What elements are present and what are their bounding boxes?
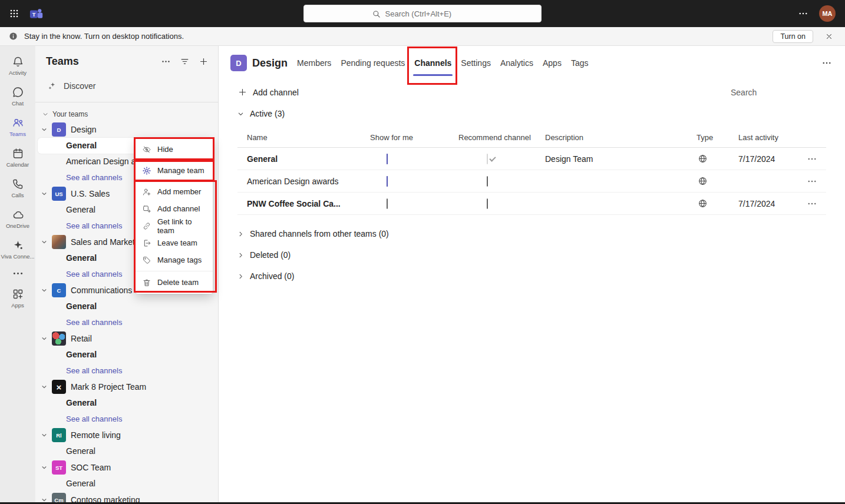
notification-banner: Stay in the know. Turn on desktop notifi… — [0, 27, 845, 46]
trash-icon — [142, 278, 151, 287]
team-avatar: D — [52, 122, 66, 137]
your-teams-toggle[interactable]: Your teams — [35, 102, 218, 121]
menu-item-label: Add member — [157, 187, 201, 196]
col-description: Description — [545, 133, 697, 142]
bell-icon — [12, 55, 24, 68]
discover-button[interactable]: Discover — [40, 76, 213, 96]
menu-item-leave-team[interactable]: Leave team — [136, 234, 213, 251]
rail-item-calls[interactable]: Calls — [0, 173, 35, 204]
filter-icon[interactable] — [180, 57, 190, 67]
turn-on-button[interactable]: Turn on — [773, 30, 813, 43]
channel-name: American Design awards — [247, 177, 370, 186]
rail-item-activity[interactable]: Activity — [0, 51, 35, 81]
see-all-channels-link[interactable]: See all channels — [35, 314, 218, 330]
channel-item-general[interactable]: General — [35, 476, 218, 492]
chat-icon — [12, 86, 24, 98]
add-channel-label: Add channel — [253, 88, 299, 97]
app-launcher-icon[interactable] — [9, 9, 19, 18]
menu-item-manage-tags[interactable]: Manage tags — [136, 251, 213, 268]
menu-item-add-channel[interactable]: Add channel — [136, 200, 213, 217]
topbar: T MA — [0, 0, 845, 27]
section-label: Shared channels from other teams (0) — [250, 229, 389, 238]
menu-item-get-link-to-team[interactable]: Get link to team — [136, 217, 213, 234]
plus-icon[interactable] — [199, 57, 209, 67]
row-more-icon[interactable] — [807, 176, 818, 187]
tab-channels[interactable]: Channels — [414, 57, 452, 69]
chevron-down-icon — [41, 497, 47, 502]
user-avatar[interactable]: MA — [819, 5, 836, 22]
calendar-icon — [12, 147, 24, 160]
team-row-remote-living[interactable]: Rl Remote living — [35, 427, 218, 443]
topbar-search[interactable] — [303, 5, 542, 22]
show-for-me-checkbox[interactable] — [387, 176, 388, 187]
chevron-down-icon — [41, 239, 47, 245]
row-more-icon[interactable] — [807, 198, 818, 209]
more-options-icon[interactable] — [821, 58, 832, 68]
eye-off-icon — [142, 145, 151, 154]
team-name: U.S. Sales — [71, 189, 110, 198]
rail-more-button[interactable] — [0, 265, 35, 283]
row-more-icon[interactable] — [807, 154, 818, 164]
table-row: American Design awards — [237, 170, 826, 193]
tab-apps[interactable]: Apps — [542, 57, 562, 69]
recommend-channel-checkbox[interactable] — [487, 198, 488, 209]
more-icon — [12, 267, 24, 280]
channel-search[interactable] — [731, 88, 827, 97]
rail-label: Calls — [11, 192, 24, 198]
teams-logo-icon[interactable]: T — [28, 6, 44, 22]
chevron-right-icon — [237, 231, 244, 237]
team-avatar: US — [52, 187, 66, 201]
add-channel-button[interactable]: Add channel — [237, 87, 299, 97]
see-all-channels-link[interactable]: See all channels — [35, 411, 218, 427]
more-options-icon[interactable] — [798, 8, 808, 19]
channel-search-input[interactable] — [731, 88, 837, 97]
rail-item-viva-connections[interactable]: Viva Conne... — [0, 234, 35, 265]
team-name: Contoso marketing — [71, 495, 140, 502]
table-row: PNW Coffee Social Ca... 7/17/2024 — [237, 193, 826, 215]
tab-analytics[interactable]: Analytics — [500, 57, 534, 69]
close-icon[interactable] — [825, 32, 833, 41]
show-for-me-checkbox[interactable] — [387, 154, 388, 164]
tab-pending-requests[interactable]: Pending requests — [340, 57, 405, 69]
channel-item-general[interactable]: General — [35, 347, 218, 363]
team-row-design[interactable]: D Design — [35, 121, 218, 138]
team-row-soc-team[interactable]: ST SOC Team — [35, 459, 218, 476]
rail-item-apps[interactable]: Apps — [0, 283, 35, 314]
tab-members[interactable]: Members — [296, 57, 332, 69]
tab-settings[interactable]: Settings — [460, 57, 491, 69]
recommend-channel-checkbox[interactable] — [487, 176, 488, 187]
discover-icon — [47, 81, 57, 91]
team-row-mark-8-project-team[interactable]: Mark 8 Project Team — [35, 379, 218, 395]
team-avatar: Cm — [52, 493, 66, 502]
section-deleted[interactable]: Deleted (0) — [219, 244, 845, 266]
col-recommend-channel: Recommend channel — [458, 133, 545, 142]
recommend-channel-checkbox — [487, 154, 488, 164]
menu-item-add-member[interactable]: Add member — [136, 183, 213, 200]
sidebar-more-icon[interactable] — [161, 57, 171, 67]
menu-item-manage-team[interactable]: Manage team — [136, 162, 213, 179]
channel-item-general[interactable]: General — [35, 443, 218, 459]
rail-label: Teams — [9, 131, 26, 137]
rail-item-chat[interactable]: Chat — [0, 81, 35, 112]
rail-item-teams[interactable]: Teams — [0, 112, 35, 142]
rail-item-onedrive[interactable]: OneDrive — [0, 204, 35, 234]
tab-tags[interactable]: Tags — [570, 57, 589, 69]
section-archived[interactable]: Archived (0) — [219, 266, 845, 287]
section-active[interactable]: Active (3) — [219, 103, 845, 124]
chevron-down-icon — [41, 287, 47, 293]
channel-item-general[interactable]: General — [35, 299, 218, 314]
section-shared-channels[interactable]: Shared channels from other teams (0) — [219, 223, 845, 244]
svg-text:T: T — [32, 11, 36, 17]
menu-item-delete-team[interactable]: Delete team — [136, 274, 213, 291]
team-row-contoso-marketing[interactable]: Cm Contoso marketing — [35, 492, 218, 502]
menu-item-hide[interactable]: Hide — [136, 141, 213, 158]
rail-item-calendar[interactable]: Calendar — [0, 142, 35, 173]
channel-item-general[interactable]: General — [35, 395, 218, 411]
show-for-me-checkbox[interactable] — [387, 198, 388, 209]
team-avatar — [52, 380, 66, 394]
search-input[interactable] — [385, 9, 474, 18]
rail-label: Apps — [11, 302, 24, 309]
globe-icon — [698, 198, 738, 208]
see-all-channels-link[interactable]: See all channels — [35, 363, 218, 379]
team-row-retail[interactable]: Retail — [35, 330, 218, 347]
